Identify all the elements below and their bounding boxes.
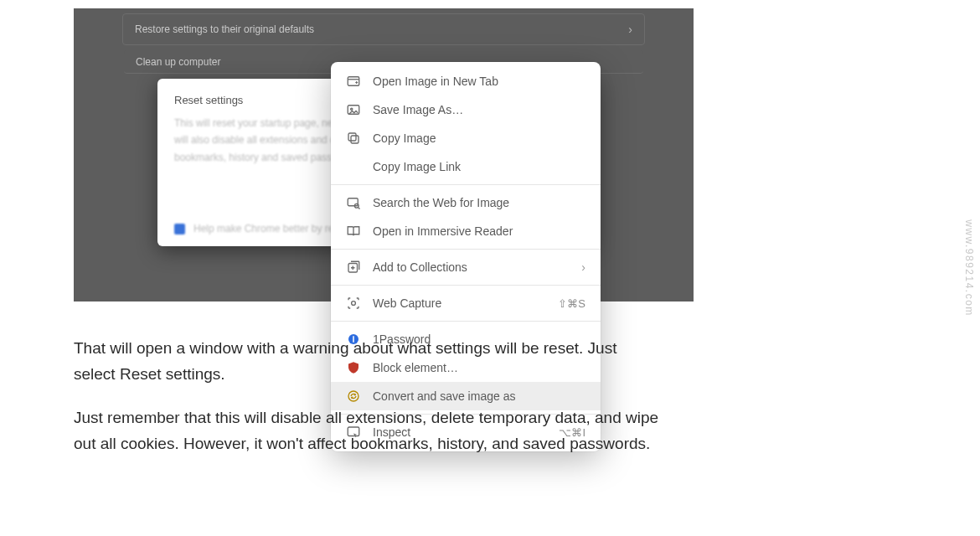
ctx-web-capture[interactable]: Web Capture ⇧⌘S xyxy=(331,289,601,317)
article-paragraph: Just remember that this will disable all… xyxy=(74,405,660,457)
checkbox-icon[interactable] xyxy=(174,224,185,234)
ctx-label: Copy Image xyxy=(373,131,585,145)
svg-rect-3 xyxy=(351,136,358,143)
search-icon xyxy=(346,195,361,210)
svg-point-2 xyxy=(351,108,353,110)
copy-icon xyxy=(346,131,361,146)
context-menu-separator xyxy=(331,285,601,286)
ctx-label: Search the Web for Image xyxy=(373,196,585,209)
ctx-search-web-image[interactable]: Search the Web for Image xyxy=(331,188,601,217)
save-icon xyxy=(346,102,361,117)
ctx-label: Open Image in New Tab xyxy=(373,75,585,88)
svg-point-8 xyxy=(352,302,356,306)
ctx-immersive-reader[interactable]: Open in Immersive Reader xyxy=(331,217,601,245)
context-menu-separator xyxy=(331,321,601,322)
context-menu-separator xyxy=(331,249,601,250)
article-paragraph: That will open a window with a warning a… xyxy=(74,335,660,388)
blank-icon xyxy=(346,159,361,174)
ctx-add-to-collections[interactable]: Add to Collections › xyxy=(331,253,601,281)
chevron-right-icon: › xyxy=(628,23,632,36)
chevron-right-icon: › xyxy=(581,260,585,274)
svg-rect-5 xyxy=(348,198,358,206)
svg-rect-0 xyxy=(348,77,359,86)
ctx-shortcut: ⇧⌘S xyxy=(558,297,585,310)
ctx-label: Save Image As… xyxy=(373,103,585,116)
article-body: That will open a window with a warning a… xyxy=(74,335,660,473)
ctx-label: Copy Image Link xyxy=(373,160,585,173)
new-tab-icon xyxy=(346,74,361,89)
ctx-save-image-as[interactable]: Save Image As… xyxy=(331,95,601,124)
context-menu-separator xyxy=(331,184,601,185)
web-capture-icon xyxy=(346,296,361,311)
svg-rect-4 xyxy=(348,133,356,141)
ctx-label: Web Capture xyxy=(373,296,546,310)
settings-row-label: Clean up computer xyxy=(136,56,220,68)
ctx-open-image-new-tab[interactable]: Open Image in New Tab xyxy=(331,67,601,95)
ctx-label: Add to Collections xyxy=(373,260,570,274)
page: Restore settings to their original defau… xyxy=(0,0,980,536)
dialog-footer-text: Help make Chrome better by report xyxy=(193,223,351,234)
ctx-label: Open in Immersive Reader xyxy=(373,224,585,238)
ctx-copy-image-link[interactable]: Copy Image Link xyxy=(331,152,601,181)
settings-row-label: Restore settings to their original defau… xyxy=(135,23,314,35)
collections-icon xyxy=(346,260,361,275)
dialog-footer: Help make Chrome better by report xyxy=(174,223,351,234)
watermark: www.989214.com xyxy=(963,219,975,317)
ctx-copy-image[interactable]: Copy Image xyxy=(331,124,601,152)
book-open-icon xyxy=(346,224,361,239)
settings-row-reset[interactable]: Restore settings to their original defau… xyxy=(122,13,645,45)
